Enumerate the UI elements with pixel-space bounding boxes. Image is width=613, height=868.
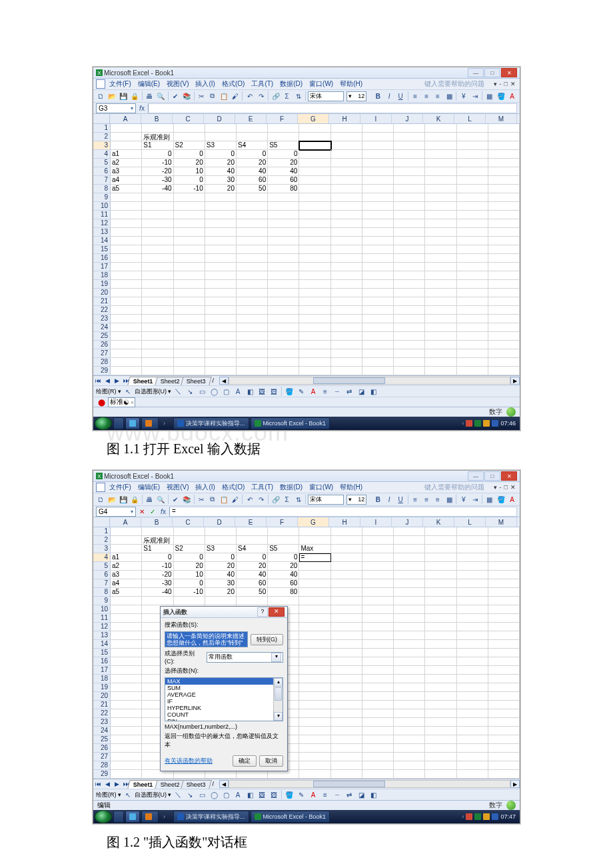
cell[interactable] <box>111 623 142 631</box>
cell[interactable] <box>488 631 520 640</box>
cell[interactable] <box>111 193 142 202</box>
cell[interactable] <box>174 536 205 545</box>
cell[interactable] <box>488 185 520 193</box>
cell[interactable] <box>488 237 520 245</box>
cell[interactable] <box>457 675 488 683</box>
menu-data[interactable]: 数据(D) <box>277 483 305 492</box>
cell[interactable] <box>457 306 488 315</box>
menu-tools[interactable]: 工具(T) <box>249 483 276 492</box>
cell[interactable] <box>457 631 488 640</box>
cell[interactable] <box>331 744 362 753</box>
tab-nav-next-icon[interactable]: ▶ <box>112 377 121 384</box>
cell[interactable] <box>142 367 173 375</box>
row-header[interactable]: 26 <box>93 341 111 349</box>
cell[interactable] <box>394 562 425 571</box>
row-header[interactable]: 29 <box>93 367 111 375</box>
column-header[interactable]: H <box>329 114 360 123</box>
cell[interactable] <box>425 185 456 193</box>
cell[interactable] <box>457 718 488 727</box>
cell[interactable]: a5 <box>111 588 142 597</box>
maximize-button[interactable]: □ <box>484 471 500 481</box>
cell[interactable] <box>394 280 425 289</box>
cell[interactable]: 40 <box>237 571 268 579</box>
font-size-combo[interactable]: ▾ 12 <box>346 91 366 101</box>
cell[interactable] <box>362 527 394 536</box>
cell[interactable] <box>331 219 362 228</box>
cell[interactable] <box>331 176 362 185</box>
cell[interactable] <box>488 536 520 545</box>
cell[interactable]: a4 <box>111 176 142 185</box>
cell[interactable] <box>362 666 394 675</box>
redo-icon[interactable]: ↷ <box>256 494 266 505</box>
cell[interactable]: 20 <box>237 159 268 167</box>
cell[interactable] <box>362 753 394 761</box>
quicklaunch-ie-icon[interactable] <box>125 417 140 429</box>
ok-button[interactable]: 确定 <box>233 755 257 767</box>
hscroll-thumb[interactable] <box>313 377 384 384</box>
doc-restore-icon[interactable]: - <box>498 484 503 491</box>
borders-icon[interactable]: ▦ <box>484 494 494 505</box>
cell[interactable] <box>425 254 456 263</box>
cell[interactable] <box>457 614 488 623</box>
scroll-right-icon[interactable]: ▶ <box>510 377 520 385</box>
cell[interactable] <box>457 770 488 779</box>
cell[interactable] <box>331 579 362 588</box>
cell[interactable] <box>111 349 142 358</box>
cell[interactable] <box>268 323 299 332</box>
select-objects-icon[interactable]: ↖ <box>123 386 133 397</box>
cell[interactable] <box>394 219 425 228</box>
cell[interactable] <box>111 254 142 263</box>
cell[interactable] <box>457 701 488 709</box>
align-left-icon[interactable]: ≡ <box>410 494 420 505</box>
column-header[interactable]: G <box>298 114 329 123</box>
cell[interactable] <box>111 683 142 692</box>
cell[interactable] <box>268 289 299 297</box>
cell[interactable] <box>362 193 394 202</box>
scroll-down-icon[interactable]: ▾ <box>274 712 283 721</box>
cell[interactable] <box>331 709 362 718</box>
tray-icon-2[interactable] <box>474 813 481 820</box>
cell[interactable] <box>425 527 456 536</box>
tab-nav-first-icon[interactable]: ⏮ <box>93 377 103 384</box>
cell[interactable] <box>331 761 362 770</box>
cell[interactable] <box>174 527 205 536</box>
cell[interactable] <box>299 536 330 545</box>
cell[interactable] <box>111 709 142 718</box>
cell[interactable] <box>268 367 299 375</box>
cell[interactable] <box>237 245 268 254</box>
cell[interactable] <box>331 553 362 562</box>
row-header[interactable]: 8 <box>93 185 111 193</box>
cell[interactable] <box>111 545 142 553</box>
cell[interactable] <box>394 597 425 605</box>
cell[interactable] <box>425 597 456 605</box>
cell[interactable] <box>457 159 488 167</box>
bold-icon[interactable]: B <box>373 91 383 101</box>
cell[interactable] <box>142 527 173 536</box>
cell[interactable] <box>237 263 268 271</box>
row-header[interactable]: 17 <box>93 263 111 271</box>
column-header[interactable]: D <box>204 114 235 123</box>
cell[interactable] <box>457 176 488 185</box>
cell[interactable] <box>362 332 394 341</box>
row-header[interactable]: 23 <box>93 315 111 323</box>
formula-input[interactable] <box>148 103 517 113</box>
cell[interactable] <box>142 193 173 202</box>
cell[interactable] <box>425 683 456 692</box>
go-button[interactable]: 转到(G) <box>251 634 283 645</box>
cell[interactable] <box>362 176 394 185</box>
cell[interactable] <box>268 263 299 271</box>
cell[interactable] <box>457 735 488 744</box>
cell[interactable] <box>394 245 425 254</box>
row-header[interactable]: 21 <box>93 701 111 709</box>
cell[interactable] <box>394 323 425 332</box>
cell[interactable] <box>111 605 142 614</box>
cell[interactable] <box>174 332 205 341</box>
cell[interactable] <box>394 744 425 753</box>
paste-icon[interactable]: 📋 <box>219 91 229 101</box>
cell[interactable] <box>299 623 330 631</box>
cell[interactable] <box>488 141 520 150</box>
cell[interactable] <box>457 588 488 597</box>
cell[interactable] <box>299 176 330 185</box>
cell[interactable] <box>362 536 394 545</box>
cell[interactable] <box>205 306 237 315</box>
